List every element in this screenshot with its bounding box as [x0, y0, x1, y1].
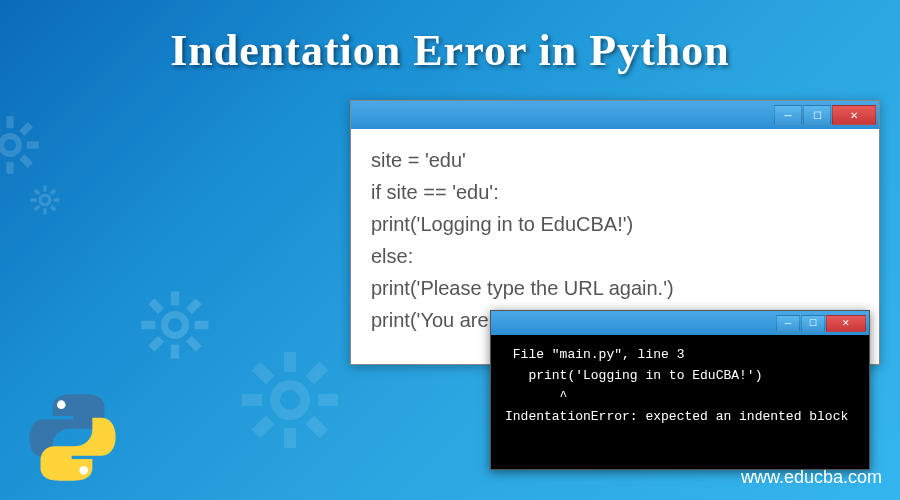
svg-rect-13 [141, 321, 155, 329]
terminal-window: ─ ☐ ✕ File "main.py", line 3 print('Logg… [490, 310, 870, 470]
svg-rect-2 [6, 162, 13, 174]
gear-icon [30, 185, 60, 215]
svg-rect-28 [306, 416, 329, 439]
svg-rect-32 [43, 208, 47, 214]
svg-point-9 [4, 139, 16, 151]
svg-point-41 [79, 466, 88, 475]
svg-rect-26 [252, 416, 275, 439]
svg-point-19 [168, 318, 182, 332]
svg-point-39 [42, 197, 48, 203]
minimize-button[interactable]: ─ [776, 315, 800, 332]
svg-rect-22 [284, 428, 296, 448]
terminal-line: print('Logging in to EduCBA!') [505, 366, 855, 387]
svg-rect-14 [195, 321, 209, 329]
minimize-button[interactable]: ─ [774, 105, 802, 125]
website-url: www.educba.com [741, 467, 882, 488]
terminal-line: IndentationError: expected an indented b… [505, 407, 855, 428]
code-line: print('Logging in to EduCBA!') [371, 208, 859, 240]
svg-rect-35 [50, 189, 57, 196]
svg-rect-5 [19, 122, 33, 136]
code-line: print('Please type the URL again.') [371, 272, 859, 304]
code-line: if site == 'edu': [371, 176, 859, 208]
page-title: Indentation Error in Python [0, 0, 900, 76]
maximize-button[interactable]: ☐ [801, 315, 825, 332]
code-line: site = 'edu' [371, 144, 859, 176]
svg-rect-36 [34, 205, 41, 212]
svg-rect-6 [0, 154, 1, 168]
svg-rect-8 [19, 154, 33, 168]
close-button[interactable]: ✕ [832, 105, 876, 125]
svg-rect-25 [306, 362, 329, 385]
gear-icon [240, 350, 340, 450]
close-button[interactable]: ✕ [826, 315, 866, 332]
gear-icon [140, 290, 210, 360]
terminal-line: ^ [505, 387, 855, 408]
code-line: else: [371, 240, 859, 272]
python-logo-icon [25, 390, 120, 485]
svg-rect-33 [31, 198, 37, 202]
svg-rect-12 [171, 345, 179, 359]
svg-rect-17 [148, 298, 164, 314]
svg-rect-31 [43, 186, 47, 192]
svg-rect-38 [50, 205, 57, 212]
maximize-button[interactable]: ☐ [803, 105, 831, 125]
svg-rect-34 [53, 198, 59, 202]
svg-point-29 [280, 390, 300, 410]
terminal-content: File "main.py", line 3 print('Logging in… [491, 335, 869, 438]
svg-rect-4 [27, 141, 39, 148]
svg-rect-21 [284, 352, 296, 372]
svg-rect-18 [186, 336, 202, 352]
svg-rect-24 [318, 394, 338, 406]
terminal-titlebar: ─ ☐ ✕ [491, 311, 869, 335]
svg-point-40 [57, 400, 66, 409]
window-titlebar: ─ ☐ ✕ [351, 101, 879, 129]
svg-rect-15 [186, 298, 202, 314]
svg-rect-11 [171, 291, 179, 305]
gear-icon [0, 115, 40, 175]
svg-rect-1 [6, 116, 13, 128]
svg-rect-27 [252, 362, 275, 385]
svg-rect-16 [148, 336, 164, 352]
svg-rect-37 [34, 189, 41, 196]
svg-rect-7 [0, 122, 1, 136]
svg-rect-23 [242, 394, 262, 406]
terminal-line: File "main.py", line 3 [505, 345, 855, 366]
